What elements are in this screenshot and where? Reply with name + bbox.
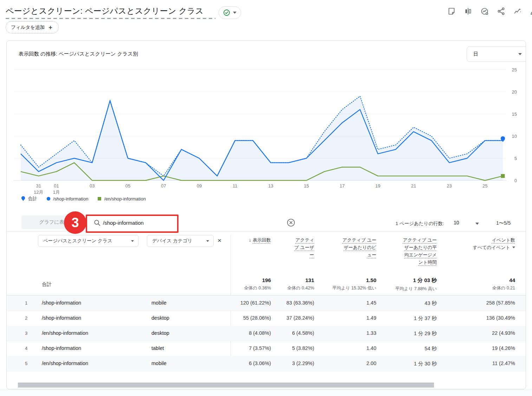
- chevron-down-icon: [206, 240, 209, 242]
- primary-dimension-select[interactable]: ページパスとスクリーン クラス: [38, 235, 138, 247]
- search-input[interactable]: /shop-information: [103, 220, 144, 226]
- svg-text:5: 5: [514, 156, 517, 161]
- totals-events: 44全体の 0.21: [445, 277, 515, 291]
- add-filter-chip[interactable]: フィルタを追加 ＋: [6, 21, 59, 33]
- horizontal-scrollbar-thumb[interactable]: [18, 383, 434, 388]
- svg-text:17: 17: [339, 183, 344, 189]
- row-page-path: /shop-information: [42, 345, 81, 351]
- row-views-per-user: 1.49: [306, 315, 376, 321]
- row-event-count: 11 (2.47%: [445, 360, 515, 366]
- row-index: 1: [25, 300, 27, 306]
- column-header-active-users[interactable]: アクティ ブ ユーザ ー: [272, 236, 314, 258]
- chevron-down-icon: [233, 12, 236, 14]
- row-event-count: 258 (57.85%: [445, 300, 515, 306]
- trend-line-chart: 05101520253112月011月030507091113151719212…: [7, 63, 526, 203]
- pin-marker-icon: [21, 196, 26, 202]
- row-views-per-user: 1.45: [306, 300, 376, 306]
- insights-sparkle-icon[interactable]: [513, 7, 522, 15]
- row-device-category: desktop: [151, 315, 169, 321]
- row-engagement-time: 1 分 30 秒: [366, 360, 437, 367]
- totals-engagement: 1 分 03 秒平均より 7.88% 高い: [366, 277, 437, 292]
- legend-item-en-shop-information[interactable]: /en/shop-information: [97, 196, 146, 202]
- pagination-range: 1〜5/5: [496, 220, 511, 226]
- title-dashed-underline: [6, 18, 215, 19]
- row-device-category: tablet: [151, 345, 164, 351]
- svg-text:0: 0: [514, 178, 517, 183]
- page-footer-strip: [0, 389, 532, 396]
- show-on-chart-button[interactable]: グラフに表示: [21, 216, 87, 229]
- chevron-down-icon[interactable]: [475, 223, 479, 225]
- page-title: ページとスクリーン: ページパスとスクリーン クラス: [6, 6, 204, 17]
- svg-text:05: 05: [125, 183, 130, 189]
- legend-item-shop-information[interactable]: /shop-information: [46, 196, 88, 202]
- check-circle-icon: [223, 9, 230, 16]
- comparison-icon[interactable]: [464, 7, 472, 15]
- svg-text:09: 09: [197, 183, 202, 189]
- column-header-avg-engagement[interactable]: アクティブ ユー ザーあたりの平 均エンゲージメ ント時間: [384, 236, 437, 266]
- svg-text:13: 13: [268, 183, 273, 189]
- granularity-value: 日: [473, 51, 478, 57]
- edit-icon-partial[interactable]: [530, 7, 532, 15]
- row-views-per-user: 1.40: [306, 345, 376, 351]
- row-active-users: 5 (3.82%): [251, 345, 314, 351]
- column-header-events[interactable]: イベント数 すべてのイベント: [459, 236, 515, 251]
- note-icon[interactable]: [447, 7, 456, 15]
- totals-label: 合計: [42, 281, 52, 288]
- row-event-count: 136 (30.49%: [445, 315, 515, 321]
- row-index: 2: [25, 315, 27, 321]
- search-icon: [93, 219, 101, 226]
- table-row: 5/en/shop-informationmobile6 (3.06%)3 (2…: [7, 356, 526, 371]
- row-page-path: /en/shop-information: [42, 360, 88, 366]
- insights-circle-icon[interactable]: [480, 7, 489, 15]
- sort-desc-icon: ↓: [249, 237, 251, 243]
- rows-per-page-select[interactable]: 10: [454, 220, 459, 225]
- column-header-views-per-user[interactable]: アクティブ ユー ザーあたりのビ ュー: [327, 236, 376, 258]
- svg-text:19: 19: [375, 183, 380, 189]
- row-page-path: /en/shop-information: [42, 330, 88, 336]
- svg-text:20: 20: [512, 89, 517, 95]
- svg-text:1月: 1月: [53, 190, 60, 195]
- row-views-per-user: 2.00: [306, 360, 376, 366]
- share-icon[interactable]: [497, 7, 505, 15]
- chart-legend: 合計 /shop-information /en/shop-informatio…: [21, 196, 146, 202]
- row-active-users: 6 (4.58%): [251, 330, 314, 336]
- svg-text:10: 10: [512, 134, 517, 139]
- legend-item-total[interactable]: 合計: [21, 196, 37, 202]
- rows-per-page-label: 1 ページあたりの行数:: [381, 221, 444, 227]
- totals-active-users: 131全体の 0.42%: [251, 277, 314, 291]
- report-status-dropdown[interactable]: [219, 6, 241, 19]
- chart-title: 表示回数 の推移: ページパスとスクリーン クラス別: [19, 51, 138, 57]
- row-index: 5: [25, 361, 27, 366]
- svg-text:25: 25: [512, 67, 517, 72]
- row-event-count: 22 (4.93%: [445, 330, 515, 336]
- circle-marker-icon: [46, 197, 51, 201]
- row-index: 3: [25, 331, 27, 336]
- svg-text:07: 07: [161, 183, 166, 189]
- row-engagement-time: 1 分 29 秒: [366, 330, 437, 337]
- chevron-down-icon: [512, 247, 515, 248]
- row-engagement-time: 1 分 37 秒: [366, 315, 437, 322]
- svg-text:25: 25: [482, 183, 487, 189]
- row-page-path: /shop-information: [42, 300, 81, 306]
- row-device-category: mobile: [151, 360, 167, 366]
- table-row: 1/shop-informationmobile120 (61.22%)83 (…: [7, 295, 526, 311]
- svg-text:01: 01: [54, 183, 59, 189]
- chevron-down-icon: [518, 53, 522, 55]
- svg-text:21: 21: [411, 183, 416, 189]
- row-device-category: desktop: [151, 330, 169, 336]
- row-views-per-user: 1.33: [306, 330, 376, 336]
- report-card: 表示回数 の推移: ページパスとスクリーン クラス別 日 05101520253…: [6, 40, 526, 389]
- add-filter-label: フィルタを追加: [11, 24, 45, 31]
- column-header-views[interactable]: ↓表示回数: [222, 236, 271, 244]
- square-marker-icon: [97, 197, 102, 201]
- row-active-users: 3 (2.29%): [251, 360, 314, 366]
- granularity-select[interactable]: 日: [467, 46, 526, 62]
- events-filter-label: すべてのイベント: [473, 244, 510, 251]
- totals-views-per-user: 1.50平均より 15.32% 低い: [306, 277, 376, 291]
- svg-text:31: 31: [36, 183, 41, 189]
- totals-row: 合計 196全体の 0.36% 131全体の 0.42% 1.50平均より 15…: [7, 274, 526, 295]
- secondary-dimension-select[interactable]: デバイス カテゴリ: [147, 235, 214, 247]
- remove-dimension-button[interactable]: ×: [218, 236, 221, 245]
- svg-text:03: 03: [90, 183, 95, 189]
- clear-search-icon[interactable]: [286, 218, 296, 227]
